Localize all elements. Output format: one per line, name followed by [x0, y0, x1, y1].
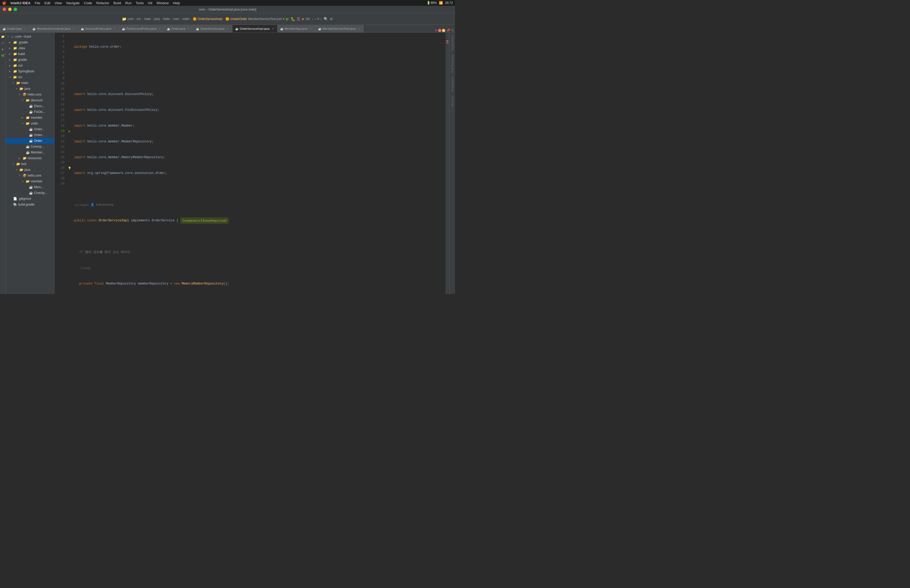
tree-item-order[interactable]: ▼ 📂 order	[6, 121, 54, 126]
system-menu-bar: 🍎 IntelliJ IDEA File Edit View Navigate …	[0, 0, 455, 6]
refactor-menu-item[interactable]: Refactor	[96, 1, 109, 5]
window-menu-item[interactable]: Window	[157, 1, 168, 5]
tab-grade-java[interactable]: ☕ Grade.java ✕	[0, 25, 30, 32]
tab-close-button[interactable]: ✕	[158, 27, 162, 31]
tab-fixdiscountpolicy[interactable]: ☕ FixDiscountPolicy.java ✕	[119, 25, 164, 32]
tree-item-fixdis[interactable]: ☕ FixDis...	[6, 109, 54, 115]
breadcrumb-method[interactable]: 🟠 createOrder	[225, 17, 247, 21]
code-editor[interactable]: package hello.core.order; import hello.c…	[72, 32, 446, 294]
tree-item-src[interactable]: ▼ 📂 src	[6, 74, 54, 80]
commit-tool-btn[interactable]: ⊞	[0, 40, 5, 45]
breadcrumb-core[interactable]: core	[128, 17, 134, 21]
breadcrumb-class[interactable]: 🟠 OrderServiceImpl	[193, 17, 222, 21]
tab-orderservice[interactable]: ☕ OrderService.java ✕	[193, 25, 233, 32]
notifications-panel-btn[interactable]: Notifications	[450, 32, 455, 53]
tree-item-gradle2[interactable]: ▶ 📁 gradle	[6, 57, 54, 63]
build-menu-item[interactable]: Build	[113, 1, 121, 5]
tree-item-test-member[interactable]: ▼ 📂 member	[6, 178, 54, 184]
tree-item-order1[interactable]: ☕ Order...	[6, 126, 54, 132]
tab-close-button[interactable]: ✕	[271, 27, 275, 31]
warning-badge: ⬤	[442, 28, 445, 32]
breadcrumb-src[interactable]: src	[137, 17, 141, 21]
tree-item-java[interactable]: ▼ 📂 java	[6, 86, 54, 92]
tab-close-button[interactable]: ✕	[113, 27, 116, 31]
git-tool-btn[interactable]: 🌿	[0, 53, 5, 58]
search-button[interactable]: 🔍	[323, 17, 328, 21]
stop-button[interactable]: ■	[302, 17, 304, 21]
editor-area[interactable]: 1 2 3 4 5 6 7 8 9 10 11 12 13 14 15 16 1…	[55, 32, 449, 294]
tab-close-button[interactable]: ✕	[72, 27, 75, 31]
edit-menu-item[interactable]: Edit	[45, 1, 50, 5]
tab-memberservicetest[interactable]: ☕ MemberServiceTest.java ✕	[315, 25, 364, 32]
tree-item-out[interactable]: ▶ 📁 out	[6, 63, 54, 68]
tree-item-build-gradle[interactable]: 🐘 build.gradle	[6, 202, 54, 207]
pull-requests-panel-btn[interactable]: Pull Requests	[450, 53, 455, 75]
minimize-button[interactable]	[8, 8, 11, 11]
debug-button[interactable]: 🐛	[291, 17, 295, 21]
code-line-5: import hello.core.discount.FixDiscountPo…	[72, 107, 446, 113]
split-button[interactable]: ⊞	[451, 28, 454, 32]
tree-item-test-mem[interactable]: ☕ Mem...	[6, 184, 54, 190]
navigate-menu-item[interactable]: Navigate	[66, 1, 79, 5]
tree-item-build[interactable]: ▶ 📁 build	[6, 51, 54, 57]
tree-item-springboot[interactable]: ▶ 📁 SpringBoot-	[6, 68, 54, 74]
tree-item-test-coreapp[interactable]: ☕ CoreAp...	[6, 190, 54, 196]
tree-item-order2[interactable]: ☕ Order...	[6, 132, 54, 138]
bulb-gutter-icon[interactable]: 💡	[67, 165, 72, 171]
tree-item-hello-core[interactable]: ▼ 📦 hello.core	[6, 92, 54, 97]
tab-close-button[interactable]: ✕	[226, 27, 230, 31]
git-menu-item[interactable]: Git	[148, 1, 152, 5]
breadcrumb-order[interactable]: order	[182, 17, 189, 21]
tab-close-button[interactable]: ✕	[187, 27, 191, 31]
tab-overflow-button[interactable]: ▾	[434, 28, 438, 32]
breadcrumb-main[interactable]: main	[144, 17, 151, 21]
tab-memberserviceimpl[interactable]: ☕ MemberServiceImpl.java ✕	[30, 25, 78, 32]
file-menu-item[interactable]: File	[35, 1, 40, 5]
tree-item-disco[interactable]: ☕ Disco...	[6, 103, 54, 109]
view-menu-item[interactable]: View	[55, 1, 62, 5]
apple-menu[interactable]: 🍎	[2, 1, 6, 5]
tree-item-member[interactable]: ▶ 📁 member	[6, 115, 54, 121]
tree-item-order-selected[interactable]: ☕ Order	[6, 138, 54, 144]
tab-order-java[interactable]: ☕ Order.java ✕	[164, 25, 193, 32]
breadcrumb-hello[interactable]: hello	[163, 17, 170, 21]
tree-item-discount[interactable]: ▼ 📂 discount	[6, 97, 54, 103]
structure-panel-btn[interactable]: Structure	[450, 94, 455, 110]
tree-item-gitignore[interactable]: 📄 .gitignore	[6, 196, 54, 202]
maximize-button[interactable]	[14, 8, 17, 11]
tree-item-main[interactable]: ▼ 📂 main	[6, 80, 54, 86]
app-menu-item[interactable]: IntelliJ IDEA	[11, 1, 31, 5]
run-menu-item[interactable]: Run	[125, 1, 132, 5]
tab-close-button[interactable]: ✕	[309, 27, 312, 31]
tree-item-test[interactable]: ▼ 📂 test	[6, 161, 54, 167]
tree-item-coreapp[interactable]: ☕ CoreAp...	[6, 144, 54, 150]
run-gutter-icon[interactable]: ▶	[67, 128, 72, 134]
help-menu-item[interactable]: Help	[173, 1, 180, 5]
tab-close-button[interactable]: ✕	[357, 27, 361, 31]
code-menu-item[interactable]: Code	[84, 1, 92, 5]
tree-item-test-java[interactable]: ▼ 📂 java	[6, 167, 54, 173]
breadcrumb-java[interactable]: java	[154, 17, 160, 21]
project-tool-btn[interactable]: 📁	[0, 34, 5, 39]
pin-button[interactable]: 📌	[446, 28, 450, 32]
bookmarks-panel-btn[interactable]: Bookmarks	[450, 75, 455, 94]
run-tool-btn[interactable]: ▶	[0, 47, 5, 52]
breadcrumb-core2[interactable]: core	[173, 17, 179, 21]
tree-item-gradle[interactable]: ▶ 📁 .gradle	[6, 39, 54, 45]
tools-menu-item[interactable]: Tools	[136, 1, 144, 5]
tab-discountpolicy[interactable]: ☕ DiscountPolicy.java ✕	[78, 25, 119, 32]
run-button[interactable]: ▶	[286, 16, 289, 21]
tree-item-idea[interactable]: ▶ 📁 .idea	[6, 45, 54, 51]
tree-item-memberservice[interactable]: ☕ Member...	[6, 150, 54, 155]
tree-root[interactable]: ▼ 🗂 core ~/core	[6, 34, 54, 39]
tree-item-test-hello-core[interactable]: ▼ 📦 hello.core	[6, 173, 54, 178]
run-coverage-button[interactable]: ☰	[297, 17, 300, 21]
tab-close-button[interactable]: ✕	[23, 27, 27, 31]
tree-item-resources[interactable]: ▶ 📁 resources	[6, 155, 54, 161]
close-button[interactable]	[3, 8, 6, 11]
settings-button[interactable]: ⚙	[330, 17, 333, 21]
git-run-config[interactable]: MemberServiceTest.join ▾	[248, 17, 284, 21]
tab-memberapp[interactable]: ☕ MemberApp.java ✕	[278, 25, 315, 32]
tab-orderserviceimpl[interactable]: ☕ OrderServiceImpl.java ✕	[233, 25, 278, 32]
git-actions[interactable]: ↓ ↑ ↺ ↕	[312, 17, 322, 21]
